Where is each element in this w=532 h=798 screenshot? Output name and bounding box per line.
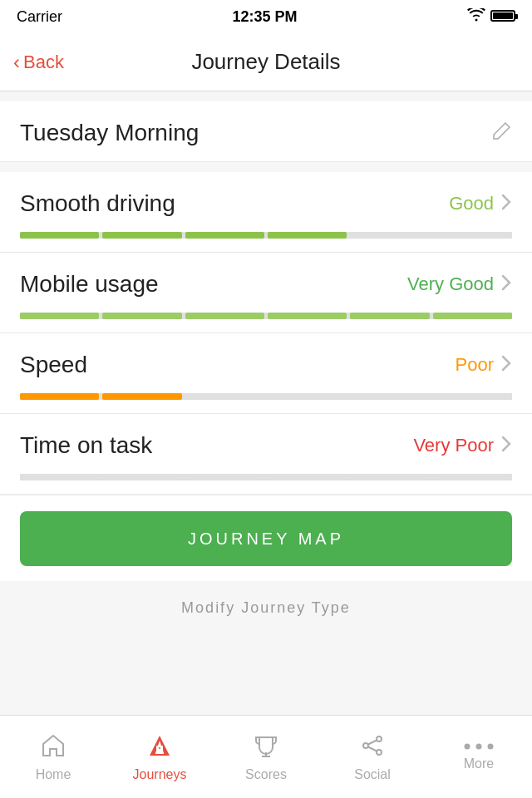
metric-status-time-on-task: Very Poor [413, 435, 494, 456]
progress-segment [102, 393, 181, 400]
progress-segment [268, 313, 347, 319]
tab-more-label: More [464, 756, 494, 771]
svg-point-7 [377, 736, 382, 741]
journey-name-label: Tuesday Morning [20, 120, 199, 146]
status-bar: Carrier 12:35 PM [0, 0, 532, 33]
tab-more[interactable]: More [426, 716, 532, 798]
main-content: Tuesday Morning Smooth drivingGoodMobile… [0, 91, 532, 715]
metric-row-mobile-usage[interactable]: Mobile usageVery Good [0, 253, 532, 333]
scores-icon [253, 732, 279, 762]
chevron-right-icon [500, 354, 512, 377]
home-icon [40, 732, 66, 762]
progress-segment [433, 232, 512, 239]
progress-segment [102, 474, 181, 480]
metric-status-smooth-driving: Good [449, 193, 494, 214]
progress-segment [20, 232, 99, 239]
social-icon [359, 732, 386, 762]
progress-segment [185, 393, 264, 400]
progress-bar-time-on-task [20, 474, 512, 480]
progress-segment [433, 474, 512, 480]
progress-segment [268, 393, 347, 400]
metrics-container: Smooth drivingGoodMobile usageVery GoodS… [0, 172, 532, 495]
metric-label-time-on-task: Time on task [20, 432, 152, 459]
tab-home[interactable]: Home [0, 716, 106, 798]
modify-journey-label[interactable]: Modify Journey Type [181, 599, 351, 616]
progress-segment [20, 313, 99, 319]
modify-journey-section: Modify Journey Type [0, 581, 532, 635]
chevron-right-icon [500, 435, 512, 457]
progress-segment [350, 474, 429, 480]
nav-bar: ‹ Back Journey Details [0, 33, 532, 91]
progress-segment [350, 313, 429, 319]
progress-segment [20, 474, 99, 480]
tab-social-label: Social [354, 767, 391, 782]
svg-line-11 [368, 746, 377, 751]
progress-segment [433, 393, 512, 400]
back-label: Back [23, 52, 64, 73]
journeys-icon [146, 732, 173, 762]
progress-segment [268, 232, 347, 239]
edit-icon[interactable] [492, 121, 512, 145]
journey-map-section: JOURNEY MAP [0, 496, 532, 581]
progress-bar-speed [20, 393, 512, 400]
progress-segment [433, 313, 512, 319]
battery-icon [490, 8, 515, 26]
progress-segment [20, 393, 99, 400]
metric-label-speed: Speed [20, 352, 87, 378]
back-chevron-icon: ‹ [13, 51, 20, 74]
progress-segment [102, 232, 181, 239]
more-icon [464, 743, 494, 750]
tab-journeys-label: Journeys [133, 767, 187, 782]
svg-point-14 [488, 743, 494, 749]
progress-bar-smooth-driving [20, 232, 512, 239]
progress-segment [185, 313, 264, 319]
tab-bar: Home Journeys Scores [0, 715, 532, 798]
carrier-label: Carrier [17, 8, 62, 26]
metric-row-speed[interactable]: SpeedPoor [0, 333, 532, 414]
journey-name-row: Tuesday Morning [0, 101, 532, 162]
svg-point-13 [476, 743, 482, 749]
metric-label-smooth-driving: Smooth driving [20, 190, 175, 217]
back-button[interactable]: ‹ Back [13, 51, 64, 74]
tab-journeys[interactable]: Journeys [106, 716, 213, 798]
svg-rect-3 [153, 754, 166, 756]
tab-scores[interactable]: Scores [213, 716, 319, 798]
metric-status-speed: Poor [456, 354, 494, 376]
tab-social[interactable]: Social [319, 716, 426, 798]
time-label: 12:35 PM [232, 8, 297, 26]
progress-segment [102, 313, 181, 319]
progress-bar-mobile-usage [20, 313, 512, 319]
wifi-icon [467, 8, 485, 25]
progress-segment [268, 474, 347, 480]
progress-segment [185, 232, 264, 239]
svg-point-9 [377, 750, 382, 755]
metric-label-mobile-usage: Mobile usage [20, 271, 159, 298]
svg-point-12 [465, 743, 470, 749]
journey-map-button[interactable]: JOURNEY MAP [20, 511, 512, 566]
svg-line-10 [368, 740, 377, 744]
metric-status-mobile-usage: Very Good [407, 273, 494, 295]
tab-home-label: Home [36, 767, 71, 782]
metric-row-smooth-driving[interactable]: Smooth drivingGood [0, 172, 532, 253]
status-icons [467, 8, 515, 26]
svg-point-8 [363, 743, 368, 748]
metric-row-time-on-task[interactable]: Time on taskVery Poor [0, 414, 532, 495]
progress-segment [185, 474, 264, 480]
chevron-right-icon [500, 273, 512, 296]
chevron-right-icon [500, 193, 512, 215]
progress-segment [350, 232, 429, 239]
page-title: Journey Details [191, 49, 340, 75]
tab-scores-label: Scores [245, 767, 287, 782]
progress-segment [350, 393, 429, 400]
